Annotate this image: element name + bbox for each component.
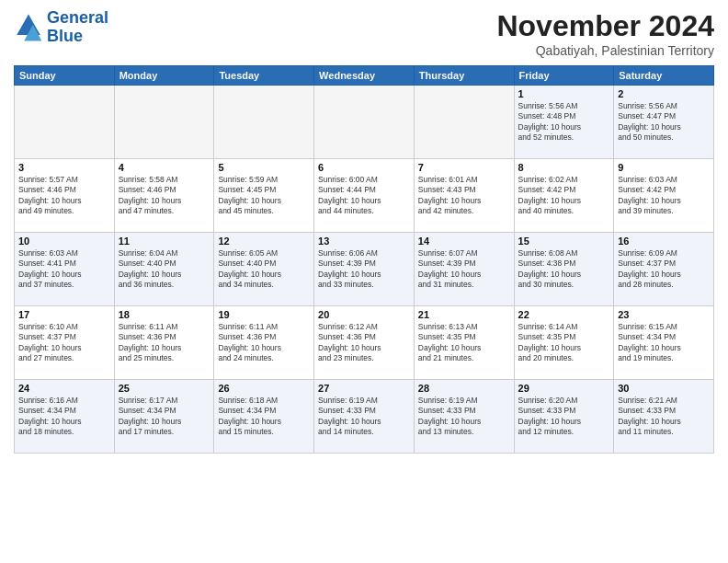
table-row: 4Sunrise: 5:58 AM Sunset: 4:46 PM Daylig… [114, 159, 214, 233]
table-row: 21Sunrise: 6:13 AM Sunset: 4:35 PM Dayli… [414, 306, 514, 380]
calendar-week-row: 17Sunrise: 6:10 AM Sunset: 4:37 PM Dayli… [15, 306, 714, 380]
day-number: 1 [518, 88, 610, 99]
day-number: 3 [18, 162, 110, 173]
day-info: Sunrise: 6:06 AM Sunset: 4:39 PM Dayligh… [318, 248, 410, 291]
day-number: 12 [218, 236, 310, 247]
day-number: 15 [518, 236, 610, 247]
title-block: November 2024 Qabatiyah, Palestinian Ter… [496, 9, 714, 58]
day-header: Wednesday [314, 66, 415, 86]
table-row: 18Sunrise: 6:11 AM Sunset: 4:36 PM Dayli… [114, 306, 214, 380]
table-row: 6Sunrise: 6:00 AM Sunset: 4:44 PM Daylig… [314, 159, 415, 233]
day-info: Sunrise: 5:56 AM Sunset: 4:48 PM Dayligh… [518, 101, 610, 144]
calendar-week-row: 10Sunrise: 6:03 AM Sunset: 4:41 PM Dayli… [15, 233, 714, 306]
table-row: 12Sunrise: 6:05 AM Sunset: 4:40 PM Dayli… [214, 233, 314, 306]
day-header: Sunday [15, 66, 115, 86]
table-row: 19Sunrise: 6:11 AM Sunset: 4:36 PM Dayli… [214, 306, 314, 380]
table-row: 10Sunrise: 6:03 AM Sunset: 4:41 PM Dayli… [15, 233, 115, 306]
table-row [214, 86, 314, 159]
month-title: November 2024 [496, 9, 714, 43]
table-row: 24Sunrise: 6:16 AM Sunset: 4:34 PM Dayli… [15, 380, 115, 454]
table-row [314, 86, 415, 159]
day-number: 26 [218, 383, 310, 394]
day-info: Sunrise: 6:02 AM Sunset: 4:42 PM Dayligh… [518, 175, 610, 217]
day-info: Sunrise: 6:07 AM Sunset: 4:39 PM Dayligh… [418, 248, 510, 291]
day-number: 4 [119, 162, 210, 173]
table-row: 5Sunrise: 5:59 AM Sunset: 4:45 PM Daylig… [214, 159, 314, 233]
day-number: 2 [618, 88, 710, 99]
day-number: 7 [418, 162, 510, 173]
day-info: Sunrise: 6:08 AM Sunset: 4:38 PM Dayligh… [518, 248, 610, 291]
day-number: 20 [318, 309, 410, 320]
table-row: 13Sunrise: 6:06 AM Sunset: 4:39 PM Dayli… [314, 233, 415, 306]
day-info: Sunrise: 6:03 AM Sunset: 4:41 PM Dayligh… [18, 248, 110, 291]
table-row: 2Sunrise: 5:56 AM Sunset: 4:47 PM Daylig… [614, 86, 714, 159]
day-header: Friday [514, 66, 614, 86]
day-info: Sunrise: 6:03 AM Sunset: 4:42 PM Dayligh… [618, 175, 710, 217]
day-info: Sunrise: 6:00 AM Sunset: 4:44 PM Dayligh… [318, 175, 410, 217]
calendar-body: 1Sunrise: 5:56 AM Sunset: 4:48 PM Daylig… [15, 86, 714, 454]
day-info: Sunrise: 6:16 AM Sunset: 4:34 PM Dayligh… [18, 396, 110, 438]
day-header: Monday [114, 66, 214, 86]
table-row: 20Sunrise: 6:12 AM Sunset: 4:36 PM Dayli… [314, 306, 415, 380]
day-header: Tuesday [214, 66, 314, 86]
table-row: 9Sunrise: 6:03 AM Sunset: 4:42 PM Daylig… [614, 159, 714, 233]
logo-text: General Blue [47, 9, 108, 46]
logo-line2: Blue [47, 28, 108, 46]
day-info: Sunrise: 5:59 AM Sunset: 4:45 PM Dayligh… [218, 175, 310, 217]
logo-icon [14, 13, 43, 42]
day-info: Sunrise: 6:04 AM Sunset: 4:40 PM Dayligh… [119, 248, 210, 291]
calendar-week-row: 1Sunrise: 5:56 AM Sunset: 4:48 PM Daylig… [15, 86, 714, 159]
day-number: 29 [518, 383, 610, 394]
day-number: 25 [119, 383, 210, 394]
day-number: 10 [18, 236, 110, 247]
table-row: 29Sunrise: 6:20 AM Sunset: 4:33 PM Dayli… [514, 380, 614, 454]
day-number: 21 [418, 309, 510, 320]
day-info: Sunrise: 6:10 AM Sunset: 4:37 PM Dayligh… [18, 322, 110, 364]
day-number: 14 [418, 236, 510, 247]
calendar-header-row: SundayMondayTuesdayWednesdayThursdayFrid… [15, 66, 714, 86]
table-row: 26Sunrise: 6:18 AM Sunset: 4:34 PM Dayli… [214, 380, 314, 454]
table-row [114, 86, 214, 159]
day-info: Sunrise: 6:14 AM Sunset: 4:35 PM Dayligh… [518, 322, 610, 364]
day-info: Sunrise: 6:09 AM Sunset: 4:37 PM Dayligh… [618, 248, 710, 291]
table-row: 3Sunrise: 5:57 AM Sunset: 4:46 PM Daylig… [15, 159, 115, 233]
table-row [15, 86, 115, 159]
day-number: 13 [318, 236, 410, 247]
day-number: 17 [18, 309, 110, 320]
table-row: 22Sunrise: 6:14 AM Sunset: 4:35 PM Dayli… [514, 306, 614, 380]
day-info: Sunrise: 6:11 AM Sunset: 4:36 PM Dayligh… [119, 322, 210, 364]
day-info: Sunrise: 6:19 AM Sunset: 4:33 PM Dayligh… [318, 396, 410, 438]
day-number: 11 [119, 236, 210, 247]
day-info: Sunrise: 6:21 AM Sunset: 4:33 PM Dayligh… [618, 396, 710, 438]
day-info: Sunrise: 6:17 AM Sunset: 4:34 PM Dayligh… [119, 396, 210, 438]
day-info: Sunrise: 6:11 AM Sunset: 4:36 PM Dayligh… [218, 322, 310, 364]
day-info: Sunrise: 6:20 AM Sunset: 4:33 PM Dayligh… [518, 396, 610, 438]
day-number: 8 [518, 162, 610, 173]
day-info: Sunrise: 6:01 AM Sunset: 4:43 PM Dayligh… [418, 175, 510, 217]
page-header: General Blue November 2024 Qabatiyah, Pa… [14, 9, 714, 58]
logo-line1: General [47, 9, 108, 28]
calendar-table: SundayMondayTuesdayWednesdayThursdayFrid… [14, 65, 714, 454]
logo: General Blue [14, 9, 108, 46]
day-header: Saturday [614, 66, 714, 86]
table-row: 8Sunrise: 6:02 AM Sunset: 4:42 PM Daylig… [514, 159, 614, 233]
day-info: Sunrise: 6:19 AM Sunset: 4:33 PM Dayligh… [418, 396, 510, 438]
table-row: 25Sunrise: 6:17 AM Sunset: 4:34 PM Dayli… [114, 380, 214, 454]
table-row: 11Sunrise: 6:04 AM Sunset: 4:40 PM Dayli… [114, 233, 214, 306]
day-info: Sunrise: 5:58 AM Sunset: 4:46 PM Dayligh… [119, 175, 210, 217]
table-row: 16Sunrise: 6:09 AM Sunset: 4:37 PM Dayli… [614, 233, 714, 306]
table-row: 27Sunrise: 6:19 AM Sunset: 4:33 PM Dayli… [314, 380, 415, 454]
day-number: 27 [318, 383, 410, 394]
day-info: Sunrise: 5:56 AM Sunset: 4:47 PM Dayligh… [618, 101, 710, 144]
table-row: 23Sunrise: 6:15 AM Sunset: 4:34 PM Dayli… [614, 306, 714, 380]
location: Qabatiyah, Palestinian Territory [496, 43, 714, 58]
day-number: 18 [119, 309, 210, 320]
day-number: 28 [418, 383, 510, 394]
day-info: Sunrise: 6:15 AM Sunset: 4:34 PM Dayligh… [618, 322, 710, 364]
table-row: 30Sunrise: 6:21 AM Sunset: 4:33 PM Dayli… [614, 380, 714, 454]
table-row: 14Sunrise: 6:07 AM Sunset: 4:39 PM Dayli… [414, 233, 514, 306]
day-number: 5 [218, 162, 310, 173]
day-info: Sunrise: 6:18 AM Sunset: 4:34 PM Dayligh… [218, 396, 310, 438]
day-info: Sunrise: 6:05 AM Sunset: 4:40 PM Dayligh… [218, 248, 310, 291]
table-row [414, 86, 514, 159]
